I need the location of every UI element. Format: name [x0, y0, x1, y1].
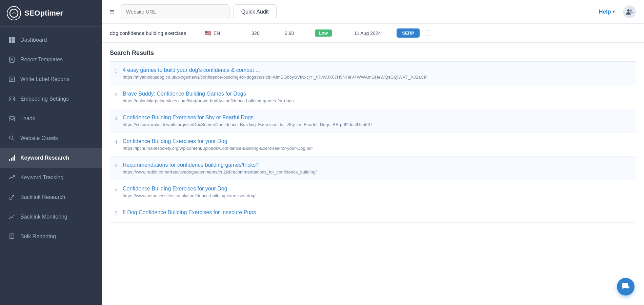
backlink-monitoring-icon [8, 213, 16, 221]
sidebar-logo[interactable]: SEOptimer [0, 0, 102, 27]
date-value: 11 Aug 2024 [340, 30, 395, 36]
sidebar-item-label: Keyword Tracking [20, 175, 63, 181]
search-volume: 320 [239, 30, 273, 36]
row-checkbox-container [422, 30, 435, 36]
sidebar-item-label: White Label Reports [20, 76, 69, 82]
serp-url: https://www.reddit.com/r/reactivedogs/co… [123, 169, 636, 175]
sidebar-item-label: Embedding Settings [20, 96, 69, 102]
sidebar-item-embedding-settings[interactable]: Embedding Settings [0, 89, 102, 109]
keyword-text: dog confidence building exercises [110, 30, 205, 36]
serp-title-link[interactable]: Recommendations for confidence building … [123, 162, 636, 168]
serp-result-item: 3 Confidence Building Exercises for Shy … [110, 109, 636, 133]
serp-title-link[interactable]: Confidence Building Exercises for your D… [123, 138, 636, 144]
language-indicator: 🇺🇸 EN [205, 30, 239, 36]
svg-rect-12 [11, 158, 12, 161]
serp-result-item: 1 4 easy games to build your dog's confi… [110, 62, 636, 85]
url-input[interactable] [121, 4, 229, 19]
serp-body: 8 Dog Confidence Building Exercises for … [123, 209, 636, 217]
serp-url: https://secure.waysidewaifs.org/site/Doc… [123, 122, 636, 127]
serp-title-link[interactable]: Confidence Building Exercises for Shy or… [123, 115, 636, 121]
serp-result-item: 6 Confidence Building Exercises for your… [110, 180, 636, 204]
serp-url: https://myanxiousdog.co.uk/blogs/news/co… [123, 75, 636, 80]
content-area: dog confidence building exercises 🇺🇸 EN … [102, 24, 644, 305]
sidebar-item-white-label-reports[interactable]: White Label Reports [0, 69, 102, 89]
website-crawls-icon [8, 135, 16, 142]
sidebar-item-label: Leads [20, 116, 35, 122]
backlink-research-icon [8, 194, 16, 201]
svg-point-16 [630, 9, 632, 12]
serp-title-link[interactable]: Brave Buddy: Confidence Building Games f… [123, 91, 636, 97]
chat-fab-button[interactable] [617, 278, 635, 296]
quick-audit-button[interactable]: Quick Audit [234, 4, 277, 19]
svg-point-10 [9, 136, 13, 139]
svg-rect-9 [9, 117, 15, 121]
keyword-row: dog confidence building exercises 🇺🇸 EN … [102, 24, 644, 43]
row-checkbox[interactable] [426, 30, 431, 36]
serp-title-link[interactable]: 4 easy games to build your dog's confide… [123, 67, 636, 73]
serp-url: https://unionlakepetservices.com/blog/br… [123, 98, 636, 103]
serp-result-item: 7 8 Dog Confidence Building Exercises fo… [110, 204, 636, 223]
sidebar-navigation: Dashboard Report Templates White Label R… [0, 27, 102, 305]
serp-body: Confidence Building Exercises for your D… [123, 138, 636, 151]
sidebar-item-label: Bulk Reporting [20, 233, 56, 240]
main-content: ≡ Quick Audit Help ▾ dog confidence buil… [102, 0, 644, 305]
svg-rect-4 [9, 40, 12, 43]
sidebar-item-label: Backlink Research [20, 194, 65, 200]
svg-rect-2 [9, 37, 12, 40]
topbar: ≡ Quick Audit Help ▾ [102, 0, 644, 24]
svg-point-1 [13, 13, 15, 14]
svg-rect-3 [12, 37, 15, 40]
sidebar-item-dashboard[interactable]: Dashboard [0, 30, 102, 50]
bulk-reporting-icon [8, 233, 16, 240]
cpc-value: 2.90 [273, 30, 306, 36]
sidebar-item-label: Website Crawls [20, 135, 58, 141]
serp-url: https://www.petnecessities.co.uk/confide… [123, 193, 636, 198]
svg-rect-13 [13, 157, 14, 161]
dashboard-icon [8, 36, 16, 44]
leads-icon [8, 115, 16, 122]
serp-body: 4 easy games to build your dog's confide… [123, 67, 636, 80]
search-results-section: Search Results 1 4 easy games to build y… [102, 43, 644, 223]
serp-rank: 5 [110, 162, 117, 175]
sidebar-item-keyword-tracking[interactable]: Keyword Tracking [0, 168, 102, 187]
sidebar-item-keyword-research[interactable]: Keyword Research [0, 148, 102, 168]
language-code: EN [214, 30, 220, 36]
serp-rank: 6 [110, 186, 117, 198]
sidebar-item-report-templates[interactable]: Report Templates [0, 50, 102, 69]
report-templates-icon [8, 56, 16, 63]
svg-rect-19 [626, 286, 629, 288]
svg-rect-5 [12, 40, 15, 43]
sidebar-item-label: Dashboard [20, 37, 47, 43]
serp-rank: 3 [110, 115, 117, 127]
serp-title-link[interactable]: Confidence Building Exercises for your D… [123, 186, 636, 192]
sidebar-item-backlink-research[interactable]: Backlink Research [0, 187, 102, 207]
sidebar-item-backlink-monitoring[interactable]: Backlink Monitoring [0, 207, 102, 227]
sidebar-item-leads[interactable]: Leads [0, 109, 102, 128]
sidebar-item-website-crawls[interactable]: Website Crawls [0, 128, 102, 148]
user-avatar[interactable] [623, 5, 636, 18]
search-results-header: Search Results [110, 43, 636, 62]
serp-body: Recommendations for confidence building … [123, 162, 636, 175]
serp-title-link[interactable]: 8 Dog Confidence Building Exercises for … [123, 209, 636, 216]
svg-point-15 [627, 9, 630, 12]
serp-result-item: 5 Recommendations for confidence buildin… [110, 157, 636, 180]
serp-button[interactable]: SERP [397, 28, 419, 38]
serp-body: Brave Buddy: Confidence Building Games f… [123, 91, 636, 103]
logo-text: SEOptimer [24, 9, 63, 18]
serp-rank: 2 [110, 91, 117, 103]
white-label-reports-icon [8, 76, 16, 83]
menu-icon[interactable]: ≡ [110, 7, 114, 16]
sidebar-item-label: Report Templates [20, 57, 63, 63]
help-button[interactable]: Help ▾ [599, 8, 615, 15]
sidebar: SEOptimer Dashboard Report Templates Whi… [0, 0, 102, 305]
serp-url: https://lpchumanesociety.org/wp-content/… [123, 146, 636, 151]
flag-icon: 🇺🇸 [205, 30, 212, 36]
keyword-research-icon [8, 154, 16, 162]
logo-icon [7, 6, 21, 20]
serp-rank: 1 [110, 67, 117, 80]
sidebar-item-bulk-reporting[interactable]: Bulk Reporting [0, 227, 102, 246]
serp-body: Confidence Building Exercises for your D… [123, 186, 636, 198]
competition-badge: Low [306, 29, 340, 37]
serp-body: Confidence Building Exercises for Shy or… [123, 115, 636, 127]
competition-level: Low [315, 29, 332, 37]
